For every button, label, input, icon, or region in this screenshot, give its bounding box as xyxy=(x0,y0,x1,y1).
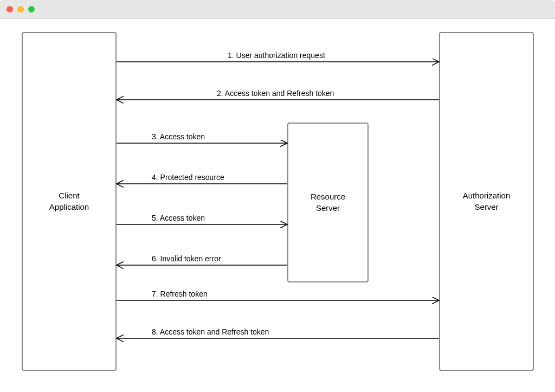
minimize-icon[interactable] xyxy=(17,6,24,12)
message-6-label: 6. Invalid token error xyxy=(152,254,221,263)
message-7-label: 7. Refresh token xyxy=(152,290,208,298)
client-application-box: ClientApplication xyxy=(22,32,117,371)
message-1-label: 1. User authorization request xyxy=(228,51,325,60)
message-4-label: 4. Protected resource xyxy=(152,173,224,182)
resource-server-label: ResourceServer xyxy=(311,191,345,214)
message-5-label: 5. Access token xyxy=(152,214,205,222)
maximize-icon[interactable] xyxy=(28,6,35,12)
close-icon[interactable] xyxy=(7,6,13,12)
authorization-server-box: AuthorizationServer xyxy=(439,32,534,371)
message-8-label: 8. Access token and Refresh token xyxy=(152,327,269,336)
diagram-canvas: ClientApplication AuthorizationServer Re… xyxy=(0,18,555,392)
resource-server-box: ResourceServer xyxy=(287,123,369,282)
app-window: ClientApplication AuthorizationServer Re… xyxy=(0,0,555,392)
client-application-label: ClientApplication xyxy=(49,190,89,213)
authorization-server-label: AuthorizationServer xyxy=(463,190,511,213)
window-titlebar xyxy=(0,0,555,19)
message-2-label: 2. Access token and Refresh token xyxy=(217,89,334,98)
message-3-label: 3. Access token xyxy=(152,132,205,141)
